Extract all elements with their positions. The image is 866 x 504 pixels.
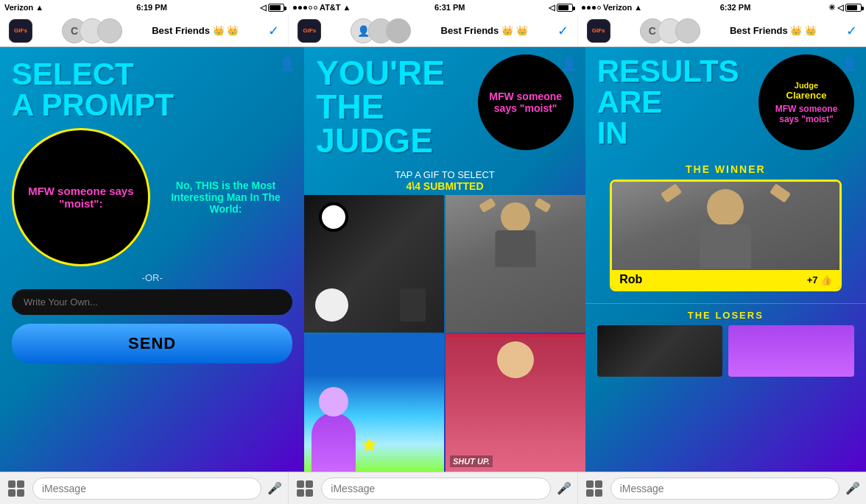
person-icon-p3: 👤 <box>841 56 857 72</box>
nav-checkmark-p2[interactable]: ✓ <box>557 23 568 39</box>
nav-checkmark-p3[interactable]: ✓ <box>846 23 857 39</box>
thumbs-up-icon: 👍 <box>820 274 832 285</box>
avatar-p3-3 <box>675 18 700 43</box>
person-icon-p1: 👤 <box>279 56 295 72</box>
judge-prompt-circle: MFW someone says "moist" <box>478 54 574 150</box>
signal-p3 <box>582 6 601 10</box>
results-prompt-circle: Judge Clarence MFW someone says "moist" <box>758 54 854 150</box>
nav-phone3: GIFs C Best Friends 👑 👑 ✓ <box>578 15 866 46</box>
prompt-cards: MFW someone says "moist": No, THIS is th… <box>12 128 292 266</box>
shut-up-label: SHUT UP. <box>450 455 493 467</box>
location-icon-p2: ◁ <box>549 3 555 13</box>
app-icon-p2[interactable]: GIFs <box>298 19 321 43</box>
prompt-card-2[interactable]: No, THIS is the Most Interesting Man In … <box>159 128 293 266</box>
nav-title-p3: Best Friends 👑 👑 <box>730 25 817 36</box>
results-top-area: 👤 RESULTS ARE IN Judge Clarence MFW some… <box>585 47 866 157</box>
imessage-p1: 🎤 <box>0 472 289 504</box>
loser-gif-1[interactable] <box>597 325 723 377</box>
winner-name: Rob <box>619 273 642 286</box>
avatar-stack-p2[interactable]: 👤 <box>351 18 411 43</box>
winner-section: THE WINNER Rob +7 👍 <box>585 157 866 297</box>
imessage-input-p2[interactable] <box>321 478 550 500</box>
or-divider: -OR- <box>142 272 163 283</box>
bluetooth-icon-p3: ✳ <box>828 3 835 13</box>
prompt-card-1[interactable]: MFW someone says "moist": <box>12 128 150 266</box>
gif-grid: SHUT UP. <box>304 195 585 472</box>
carrier-p1: Verizon <box>4 3 33 12</box>
winner-votes: +7 👍 <box>807 274 832 285</box>
losers-gif-row <box>585 321 866 381</box>
status-bar-phone3: Verizon ▲ 6:32 PM ✳ ◁ <box>577 0 866 15</box>
tap-gif-text: TAP A GIF TO SELECT <box>304 169 585 180</box>
winner-label: THE WINNER <box>686 163 766 175</box>
app-icon-p3[interactable]: GIFs <box>587 19 610 43</box>
time-p1: 6:19 PM <box>43 3 260 12</box>
status-right-p2: ◁ <box>549 3 573 13</box>
person-icon-p2: 👤 <box>560 56 577 72</box>
winner-gif-frame[interactable]: Rob +7 👍 <box>610 180 841 291</box>
status-right-p3: ✳ ◁ <box>828 3 862 13</box>
gif-cell-1[interactable] <box>304 195 444 333</box>
gif-cell-2[interactable] <box>446 195 585 333</box>
signal-p2 <box>293 6 317 10</box>
submitted-count: 4\4 SUBMITTED <box>304 180 585 192</box>
battery-icon-p3 <box>845 3 862 12</box>
nav-phone2: GIFs 👤 Best Friends 👑 👑 ✓ <box>289 15 577 46</box>
time-p2: 6:31 PM <box>351 3 549 12</box>
gif-cell-3[interactable] <box>304 334 444 472</box>
status-left-p2: AT&T ▲ <box>293 3 351 12</box>
gif-cell-4[interactable]: SHUT UP. <box>446 334 585 472</box>
app-icon-p1[interactable]: GIFs <box>9 19 32 43</box>
judge-name: Clarence <box>786 90 827 101</box>
mic-icon-p1[interactable]: 🎤 <box>267 481 282 495</box>
apps-icon-p1[interactable] <box>6 478 27 499</box>
loser-gif-2[interactable] <box>728 325 854 377</box>
write-own-input[interactable] <box>12 289 292 315</box>
judge-label: Judge <box>795 81 818 90</box>
status-bar-phone1: Verizon ▲ 6:19 PM ◁ <box>0 0 289 15</box>
apps-icon-p2[interactable] <box>295 478 315 499</box>
avatar-stack-p1[interactable]: C <box>62 18 122 43</box>
prompt-card-2-text: No, THIS is the Most Interesting Man In … <box>166 180 286 215</box>
battery-icon-p1 <box>268 3 284 12</box>
carrier-p2: AT&T <box>320 3 341 12</box>
status-right-p1: ◁ <box>260 3 284 13</box>
nav-phone1: GIFs C Best Friends 👑 👑 ✓ <box>0 15 289 46</box>
tap-gif-instruction-bar: TAP A GIF TO SELECT 4\4 SUBMITTED <box>304 166 585 195</box>
imessage-input-p3[interactable] <box>610 478 839 500</box>
status-left-p3: Verizon ▲ <box>582 3 642 12</box>
nav-bar-row: GIFs C Best Friends 👑 👑 ✓ GIFs 👤 Best Fr… <box>0 15 866 47</box>
mic-icon-p2[interactable]: 🎤 <box>557 481 571 495</box>
select-prompt-title: SELECT A PROMPT <box>12 59 174 121</box>
imessage-p3: 🎤 <box>578 472 866 504</box>
avatar-p2-3 <box>386 18 411 43</box>
wifi-icon-p2: ▲ <box>343 3 351 12</box>
battery-icon-p2 <box>557 3 573 12</box>
mic-icon-p3[interactable]: 🎤 <box>845 481 860 495</box>
imessage-p2: 🎤 <box>289 472 577 504</box>
panel-results: 👤 RESULTS ARE IN Judge Clarence MFW some… <box>585 47 866 472</box>
avatar-p1-3 <box>97 18 122 43</box>
nav-checkmark-p1[interactable]: ✓ <box>268 23 279 39</box>
wifi-icon-p3: ▲ <box>634 3 642 12</box>
panels-row: 👤 SELECT A PROMPT MFW someone says "mois… <box>0 47 866 472</box>
carrier-p3: Verizon <box>603 3 632 12</box>
judge-prompt-text: MFW someone says "moist" <box>485 90 566 114</box>
location-icon-p3: ◁ <box>837 3 843 13</box>
nav-title-p2: Best Friends 👑 👑 <box>441 25 528 36</box>
status-bar-phone2: AT&T ▲ 6:31 PM ◁ <box>289 0 577 15</box>
avatar-stack-p3[interactable]: C <box>640 18 700 43</box>
prompt-card-1-text: MFW someone says "moist": <box>21 185 141 210</box>
panel-judge: 👤 YOU'RE THE JUDGE MFW someone says "moi… <box>304 47 585 472</box>
status-left-p1: Verizon ▲ <box>4 3 43 12</box>
time-p3: 6:32 PM <box>642 3 828 12</box>
nav-title-p1: Best Friends 👑 👑 <box>152 25 239 36</box>
apps-icon-p3[interactable] <box>584 478 605 499</box>
wifi-icon-p1: ▲ <box>35 3 43 12</box>
winner-gif-image <box>612 182 839 270</box>
imessage-input-p1[interactable] <box>32 478 261 500</box>
imessage-bar-row: 🎤 🎤 🎤 <box>0 472 866 504</box>
losers-label: THE LOSERS <box>585 303 866 321</box>
judge-top-area: 👤 YOU'RE THE JUDGE MFW someone says "moi… <box>304 47 585 166</box>
send-button[interactable]: SEND <box>12 324 292 363</box>
